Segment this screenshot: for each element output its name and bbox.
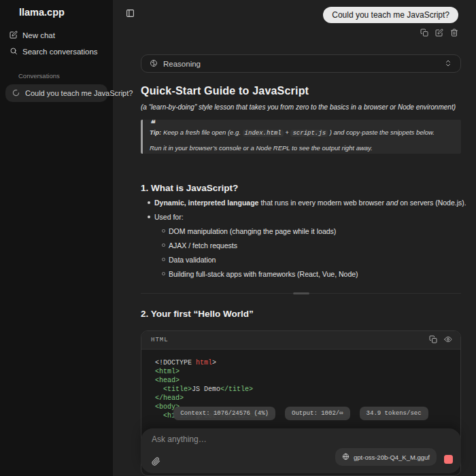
tip-line-2: Run it in your browser’s console or a No… <box>150 143 457 152</box>
circle-bullet-icon <box>162 243 165 247</box>
copy-icon[interactable] <box>420 27 428 39</box>
speed-badge: 34.9 tokens/sec <box>360 407 428 420</box>
list-item: DOM manipulation (changing the page whil… <box>162 227 336 235</box>
search-conversations-label: Search conversations <box>22 48 98 56</box>
chat-area: Could you teach me JavaScript? Reasoning… <box>141 0 461 476</box>
list-item: AJAX / fetch requests <box>162 241 237 250</box>
output-badge: Output: 1002/∞ <box>285 407 350 420</box>
bullet-icon <box>148 216 150 218</box>
user-message-bubble: Could you teach me JavaScript? <box>323 7 458 23</box>
context-badge: Context: 1076/24576 (4%) <box>173 407 275 420</box>
conversation-title: Could you teach me JavaScript? <box>25 89 133 97</box>
quote-mark-icon: ❝ <box>150 121 457 126</box>
code-block-actions <box>429 334 452 346</box>
chevrons-up-down-icon <box>444 58 452 70</box>
circle-bullet-icon <box>162 229 165 233</box>
section-1-heading: 1. What is JavaScript? <box>141 183 238 193</box>
bullet-icon <box>148 201 150 204</box>
search-conversations-button[interactable]: Search conversations <box>10 47 98 56</box>
conversation-item[interactable]: Could you teach me JavaScript? <box>5 84 107 102</box>
preview-eye-icon[interactable] <box>444 334 452 346</box>
section-divider <box>141 293 461 294</box>
attachment-paperclip-icon[interactable] <box>152 456 160 465</box>
list-item: Dynamic, interpreted language that runs … <box>148 199 466 207</box>
composer: gpt-oss-20b-Q4_K_M.gguf <box>141 428 461 473</box>
reasoning-collapsible[interactable]: Reasoning <box>141 54 461 73</box>
new-chat-button[interactable]: New chat <box>10 31 55 40</box>
list-item: Used for: <box>148 213 184 221</box>
code-block-header: HTML <box>141 331 460 350</box>
tip-line-1: Tip: Keep a fresh file open (e.g. index.… <box>150 128 457 138</box>
model-globe-icon <box>342 451 350 463</box>
model-selector[interactable]: gpt-oss-20b-Q4_K_M.gguf <box>335 448 437 466</box>
model-name: gpt-oss-20b-Q4_K_M.gguf <box>354 454 430 461</box>
sidebar: llama.cpp New chat Search conversations … <box>0 0 113 476</box>
conversations-section-label: Conversations <box>18 72 60 80</box>
new-chat-icon <box>10 31 18 40</box>
tip-blockquote: ❝ Tip: Keep a fresh file open (e.g. inde… <box>141 120 461 154</box>
status-badges: Context: 1076/24576 (4%) Output: 1002/∞ … <box>141 407 461 420</box>
list-item: Data validation <box>162 256 216 264</box>
app-window: llama.cpp New chat Search conversations … <box>0 0 476 476</box>
reasoning-label: Reasoning <box>163 60 201 68</box>
message-actions <box>420 27 458 39</box>
section-2-heading: 2. Your first “Hello World” <box>141 309 254 319</box>
sidebar-toggle-icon[interactable] <box>126 8 135 17</box>
search-icon <box>10 47 18 56</box>
delete-icon[interactable] <box>450 27 458 39</box>
copy-code-icon[interactable] <box>429 334 437 346</box>
code-language-label: HTML <box>151 337 169 343</box>
list-item: Building full-stack apps with frameworks… <box>162 270 358 278</box>
spinner-icon <box>12 87 20 99</box>
new-chat-label: New chat <box>22 31 55 39</box>
article-subtitle: (a “learn-by-doing” style lesson that ta… <box>141 103 456 111</box>
circle-bullet-icon <box>162 272 165 275</box>
stop-generation-button[interactable] <box>444 455 453 464</box>
article-title: Quick-Start Guide to JavaScript <box>141 85 309 97</box>
edit-icon[interactable] <box>435 27 443 39</box>
circle-bullet-icon <box>162 258 165 261</box>
app-title: llama.cpp <box>19 7 65 18</box>
brain-icon <box>150 58 158 70</box>
